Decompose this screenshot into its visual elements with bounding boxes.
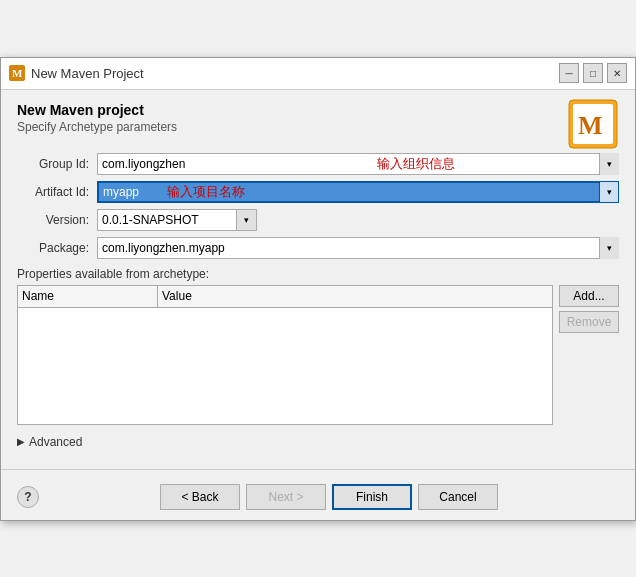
props-col-value-header: Value [158, 289, 552, 303]
top-section: New Maven project Specify Archetype para… [17, 102, 619, 153]
advanced-label[interactable]: Advanced [29, 435, 82, 449]
artifact-id-row: Artifact Id: ▾ 输入项目名称 [17, 181, 619, 203]
version-dropdown-btn[interactable]: ▾ [237, 209, 257, 231]
svg-text:M: M [578, 111, 603, 140]
main-window: M New Maven Project ─ □ ✕ New Maven proj… [0, 57, 636, 521]
version-input[interactable] [97, 209, 237, 231]
properties-label: Properties available from archetype: [17, 267, 619, 281]
window-icon: M [9, 65, 25, 81]
artifact-id-label: Artifact Id: [17, 185, 97, 199]
package-label: Package: [17, 241, 97, 255]
group-id-label: Group Id: [17, 157, 97, 171]
group-id-input[interactable] [97, 153, 619, 175]
props-col-name-header: Name [18, 286, 158, 307]
footer-divider [1, 469, 635, 470]
group-id-input-wrap: ▾ 输入组织信息 [97, 153, 619, 175]
props-buttons: Add... Remove [559, 285, 619, 333]
svg-text:M: M [12, 67, 23, 79]
back-button[interactable]: < Back [160, 484, 240, 510]
package-input-wrap: ▾ [97, 237, 619, 259]
package-input[interactable] [97, 237, 619, 259]
artifact-id-dropdown-btn[interactable]: ▾ [599, 181, 619, 203]
version-label: Version: [17, 213, 97, 227]
group-id-annotation: 输入组织信息 [377, 155, 455, 173]
dialog-content: New Maven project Specify Archetype para… [1, 90, 635, 457]
help-button[interactable]: ? [17, 486, 39, 508]
artifact-id-annotation: 输入项目名称 [167, 183, 245, 201]
package-dropdown-btn[interactable]: ▾ [599, 237, 619, 259]
window-controls: ─ □ ✕ [559, 63, 627, 83]
remove-button[interactable]: Remove [559, 311, 619, 333]
properties-row: Name Value Add... Remove [17, 285, 619, 425]
properties-table: Name Value [17, 285, 553, 425]
add-button[interactable]: Add... [559, 285, 619, 307]
close-button[interactable]: ✕ [607, 63, 627, 83]
finish-button[interactable]: Finish [332, 484, 412, 510]
advanced-section: ▶ Advanced [17, 435, 619, 449]
properties-section: Properties available from archetype: Nam… [17, 267, 619, 425]
advanced-arrow-icon[interactable]: ▶ [17, 436, 25, 447]
window-title: New Maven Project [31, 66, 559, 81]
cancel-button[interactable]: Cancel [418, 484, 498, 510]
package-row: Package: ▾ [17, 237, 619, 259]
maven-logo: M [567, 98, 619, 153]
props-table-body [18, 308, 552, 424]
maximize-button[interactable]: □ [583, 63, 603, 83]
footer-buttons: < Back Next > Finish Cancel [39, 484, 619, 510]
group-id-row: Group Id: ▾ 输入组织信息 [17, 153, 619, 175]
top-text: New Maven project Specify Archetype para… [17, 102, 557, 148]
version-row: Version: ▾ [17, 209, 619, 231]
page-subtitle: Specify Archetype parameters [17, 120, 557, 134]
group-id-dropdown-btn[interactable]: ▾ [599, 153, 619, 175]
page-title: New Maven project [17, 102, 557, 118]
props-table-header: Name Value [18, 286, 552, 308]
next-button[interactable]: Next > [246, 484, 326, 510]
artifact-id-input-wrap: ▾ 输入项目名称 [97, 181, 619, 203]
minimize-button[interactable]: ─ [559, 63, 579, 83]
version-wrap: ▾ [97, 209, 257, 231]
title-bar: M New Maven Project ─ □ ✕ [1, 58, 635, 90]
footer: ? < Back Next > Finish Cancel [1, 478, 635, 520]
